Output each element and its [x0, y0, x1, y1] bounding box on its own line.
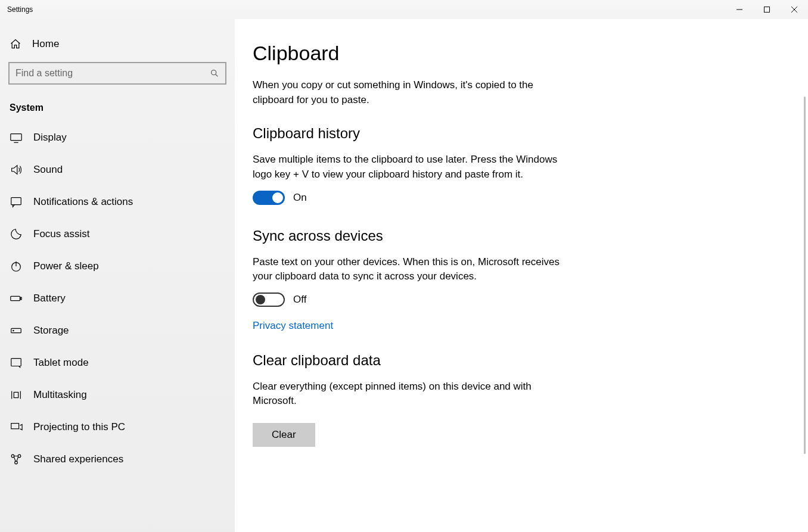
sidebar-item-label: Focus assist — [33, 228, 89, 240]
svg-rect-6 — [11, 134, 21, 141]
history-toggle[interactable] — [253, 191, 285, 205]
svg-rect-15 — [11, 359, 21, 366]
battery-icon — [10, 292, 23, 305]
sidebar-item-label: Tablet mode — [33, 357, 89, 369]
history-section-title: Clipboard history — [253, 125, 808, 142]
page-title: Clipboard — [253, 42, 808, 65]
sidebar-category-label: System — [0, 92, 235, 122]
svg-point-4 — [212, 70, 216, 75]
search-box[interactable] — [8, 62, 226, 85]
projecting-icon — [10, 421, 23, 434]
sidebar-item-label: Storage — [33, 325, 69, 337]
svg-rect-19 — [11, 424, 19, 429]
home-icon — [10, 38, 21, 50]
svg-rect-11 — [11, 296, 20, 300]
shared-experiences-icon — [10, 453, 23, 466]
maximize-button[interactable] — [753, 0, 781, 19]
focus-assist-icon — [10, 228, 23, 241]
history-section-desc: Save multiple items to the clipboard to … — [253, 153, 574, 182]
scrollbar[interactable] — [804, 97, 806, 454]
notifications-icon — [10, 195, 23, 209]
sidebar-item-notifications[interactable]: Notifications & actions — [0, 186, 235, 218]
minimize-button[interactable] — [726, 0, 753, 19]
privacy-statement-link[interactable]: Privacy statement — [253, 320, 333, 332]
storage-icon — [10, 324, 23, 337]
sidebar-item-label: Multitasking — [33, 389, 87, 401]
sidebar-item-label: Shared experiences — [33, 453, 123, 465]
search-input[interactable] — [15, 68, 205, 79]
window-title: Settings — [0, 5, 33, 14]
sidebar-item-focus-assist[interactable]: Focus assist — [0, 218, 235, 250]
display-icon — [10, 131, 23, 144]
svg-point-14 — [13, 330, 14, 331]
window-controls — [726, 0, 808, 19]
sync-section-desc: Paste text on your other devices. When t… — [253, 255, 574, 284]
sidebar-item-label: Display — [33, 132, 67, 144]
close-button[interactable] — [781, 0, 808, 19]
sidebar-item-power-sleep[interactable]: Power & sleep — [0, 250, 235, 282]
sidebar-item-shared-experiences[interactable]: Shared experiences — [0, 443, 235, 475]
svg-rect-8 — [11, 198, 21, 205]
power-icon — [10, 260, 23, 273]
sidebar: Home System Display — [0, 19, 235, 532]
clear-section-desc: Clear everything (except pinned items) o… — [253, 379, 574, 409]
sync-toggle-label: Off — [293, 294, 306, 306]
sound-icon — [10, 163, 23, 176]
svg-rect-18 — [14, 392, 18, 397]
sidebar-item-projecting[interactable]: Projecting to this PC — [0, 411, 235, 443]
clear-section-title: Clear clipboard data — [253, 352, 808, 369]
content-area: Clipboard When you copy or cut something… — [235, 19, 808, 532]
clear-button[interactable]: Clear — [253, 423, 315, 447]
search-icon — [210, 69, 219, 78]
sidebar-item-label: Notifications & actions — [33, 196, 133, 208]
svg-point-22 — [15, 461, 18, 464]
sidebar-item-label: Battery — [33, 293, 66, 304]
page-intro: When you copy or cut something in Window… — [253, 78, 574, 107]
titlebar: Settings — [0, 0, 808, 19]
svg-rect-12 — [20, 297, 21, 300]
sidebar-item-tablet-mode[interactable]: Tablet mode — [0, 347, 235, 379]
sidebar-item-label: Sound — [33, 164, 63, 176]
sidebar-nav-list: Display Sound Notifications & actions Fo… — [0, 122, 235, 475]
multitasking-icon — [10, 388, 23, 402]
sync-section-title: Sync across devices — [253, 228, 808, 244]
sidebar-item-label: Projecting to this PC — [33, 421, 125, 433]
tablet-mode-icon — [10, 356, 23, 369]
svg-line-5 — [216, 74, 218, 77]
home-nav[interactable]: Home — [0, 31, 235, 57]
history-toggle-label: On — [293, 192, 307, 204]
sidebar-item-battery[interactable]: Battery — [0, 282, 235, 315]
sidebar-item-sound[interactable]: Sound — [0, 154, 235, 186]
sidebar-item-display[interactable]: Display — [0, 122, 235, 154]
sync-toggle[interactable] — [253, 293, 285, 307]
home-label: Home — [32, 38, 59, 50]
sidebar-item-multitasking[interactable]: Multitasking — [0, 379, 235, 411]
svg-rect-1 — [765, 7, 770, 13]
sidebar-item-label: Power & sleep — [33, 260, 99, 272]
sidebar-item-storage[interactable]: Storage — [0, 315, 235, 347]
